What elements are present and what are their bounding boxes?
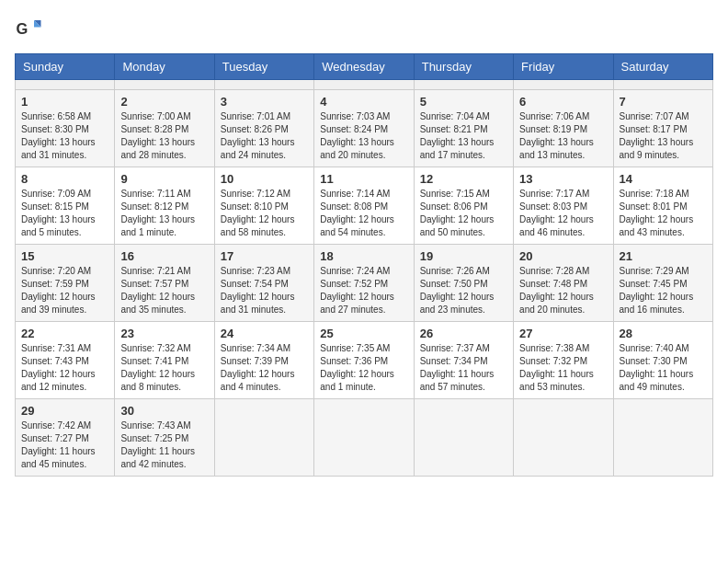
week-row-4: 15Sunrise: 7:20 AM Sunset: 7:59 PM Dayli… [16,245,713,322]
calendar-cell: 25Sunrise: 7:35 AM Sunset: 7:36 PM Dayli… [314,322,414,399]
calendar-cell [214,80,313,90]
day-detail: Sunrise: 7:04 AM Sunset: 8:21 PM Dayligh… [420,110,507,162]
day-detail: Sunrise: 7:14 AM Sunset: 8:08 PM Dayligh… [320,188,407,239]
calendar-cell [613,80,712,90]
day-detail: Sunrise: 7:11 AM Sunset: 8:12 PM Dayligh… [120,188,208,239]
day-number: 15 [21,249,108,263]
calendar-cell: 30Sunrise: 7:43 AM Sunset: 7:25 PM Dayli… [115,399,214,477]
day-number: 11 [320,172,407,186]
calendar-cell: 28Sunrise: 7:40 AM Sunset: 7:30 PM Dayli… [613,322,712,399]
calendar-cell: 27Sunrise: 7:38 AM Sunset: 7:32 PM Dayli… [514,322,613,399]
day-detail: Sunrise: 7:12 AM Sunset: 8:10 PM Dayligh… [221,188,308,239]
dow-header-thursday: Thursday [414,54,513,80]
day-detail: Sunrise: 7:26 AM Sunset: 7:50 PM Dayligh… [420,265,507,316]
day-detail: Sunrise: 7:15 AM Sunset: 8:06 PM Dayligh… [420,188,507,239]
day-detail: Sunrise: 7:35 AM Sunset: 7:36 PM Dayligh… [320,342,407,394]
calendar-cell [16,80,115,90]
day-number: 18 [320,249,407,263]
day-number: 5 [420,95,507,109]
calendar-cell [613,399,712,477]
calendar-cell: 11Sunrise: 7:14 AM Sunset: 8:08 PM Dayli… [314,167,414,245]
day-number: 4 [320,95,407,109]
calendar-cell: 18Sunrise: 7:24 AM Sunset: 7:52 PM Dayli… [314,245,414,322]
day-number: 17 [221,249,308,263]
day-number: 23 [120,327,208,340]
day-detail: Sunrise: 7:43 AM Sunset: 7:25 PM Dayligh… [120,419,208,471]
day-detail: Sunrise: 7:37 AM Sunset: 7:34 PM Dayligh… [420,342,507,394]
day-detail: Sunrise: 7:03 AM Sunset: 8:24 PM Dayligh… [320,110,407,162]
calendar-cell: 24Sunrise: 7:34 AM Sunset: 7:39 PM Dayli… [214,322,313,399]
day-of-week-row: SundayMondayTuesdayWednesdayThursdayFrid… [16,54,713,80]
day-detail: Sunrise: 7:31 AM Sunset: 7:43 PM Dayligh… [21,342,108,394]
day-detail: Sunrise: 7:42 AM Sunset: 7:27 PM Dayligh… [21,419,108,471]
calendar-cell: 4Sunrise: 7:03 AM Sunset: 8:24 PM Daylig… [314,90,414,167]
header: G [15,15,713,42]
day-detail: Sunrise: 7:18 AM Sunset: 8:01 PM Dayligh… [620,188,707,239]
dow-header-sunday: Sunday [16,54,115,80]
calendar-cell [314,80,414,90]
day-number: 2 [120,95,208,109]
dow-header-monday: Monday [115,54,214,80]
calendar-cell: 22Sunrise: 7:31 AM Sunset: 7:43 PM Dayli… [16,322,115,399]
day-detail: Sunrise: 7:28 AM Sunset: 7:48 PM Dayligh… [519,265,607,316]
dow-header-tuesday: Tuesday [214,54,313,80]
calendar-cell [414,399,513,477]
day-number: 7 [620,95,707,109]
calendar-cell: 26Sunrise: 7:37 AM Sunset: 7:34 PM Dayli… [414,322,513,399]
day-number: 12 [420,172,507,186]
day-number: 22 [21,327,108,340]
day-number: 10 [221,172,308,186]
week-row-1 [16,80,713,90]
day-number: 1 [21,95,108,109]
day-detail: Sunrise: 7:29 AM Sunset: 7:45 PM Dayligh… [620,265,707,316]
day-detail: Sunrise: 7:38 AM Sunset: 7:32 PM Dayligh… [519,342,607,394]
day-number: 6 [519,95,607,109]
day-number: 14 [620,172,707,186]
calendar-cell: 6Sunrise: 7:06 AM Sunset: 8:19 PM Daylig… [514,90,613,167]
calendar-cell: 1Sunrise: 6:58 AM Sunset: 8:30 PM Daylig… [16,90,115,167]
logo: G [15,15,46,42]
day-number: 3 [221,95,308,109]
day-detail: Sunrise: 7:21 AM Sunset: 7:57 PM Dayligh… [120,265,208,316]
calendar-cell: 16Sunrise: 7:21 AM Sunset: 7:57 PM Dayli… [115,245,214,322]
dow-header-saturday: Saturday [613,54,712,80]
calendar-cell: 13Sunrise: 7:17 AM Sunset: 8:03 PM Dayli… [514,167,613,245]
day-detail: Sunrise: 7:07 AM Sunset: 8:17 PM Dayligh… [620,110,707,162]
week-row-3: 8Sunrise: 7:09 AM Sunset: 8:15 PM Daylig… [16,167,713,245]
calendar-cell: 14Sunrise: 7:18 AM Sunset: 8:01 PM Dayli… [613,167,712,245]
dow-header-wednesday: Wednesday [314,54,414,80]
day-number: 19 [420,249,507,263]
day-detail: Sunrise: 7:00 AM Sunset: 8:28 PM Dayligh… [120,110,208,162]
day-number: 29 [21,404,108,418]
day-detail: Sunrise: 7:24 AM Sunset: 7:52 PM Dayligh… [320,265,407,316]
day-detail: Sunrise: 7:32 AM Sunset: 7:41 PM Dayligh… [120,342,208,394]
calendar-cell [214,399,313,477]
week-row-5: 22Sunrise: 7:31 AM Sunset: 7:43 PM Dayli… [16,322,713,399]
calendar-cell: 20Sunrise: 7:28 AM Sunset: 7:48 PM Dayli… [514,245,613,322]
day-number: 27 [519,327,607,340]
day-number: 20 [519,249,607,263]
week-row-2: 1Sunrise: 6:58 AM Sunset: 8:30 PM Daylig… [16,90,713,167]
day-number: 9 [120,172,208,186]
day-detail: Sunrise: 7:17 AM Sunset: 8:03 PM Dayligh… [519,188,607,239]
day-number: 30 [120,404,208,418]
day-number: 24 [221,327,308,340]
day-detail: Sunrise: 7:34 AM Sunset: 7:39 PM Dayligh… [221,342,308,394]
svg-text:G: G [17,20,28,37]
logo-icon: G [15,15,42,42]
day-detail: Sunrise: 7:23 AM Sunset: 7:54 PM Dayligh… [221,265,308,316]
calendar-cell: 23Sunrise: 7:32 AM Sunset: 7:41 PM Dayli… [115,322,214,399]
calendar-cell: 15Sunrise: 7:20 AM Sunset: 7:59 PM Dayli… [16,245,115,322]
calendar-cell: 17Sunrise: 7:23 AM Sunset: 7:54 PM Dayli… [214,245,313,322]
day-number: 16 [120,249,208,263]
calendar-cell: 3Sunrise: 7:01 AM Sunset: 8:26 PM Daylig… [214,90,313,167]
day-detail: Sunrise: 6:58 AM Sunset: 8:30 PM Dayligh… [21,110,108,162]
day-number: 28 [620,327,707,340]
day-detail: Sunrise: 7:06 AM Sunset: 8:19 PM Dayligh… [519,110,607,162]
calendar-cell: 10Sunrise: 7:12 AM Sunset: 8:10 PM Dayli… [214,167,313,245]
day-number: 8 [21,172,108,186]
day-detail: Sunrise: 7:40 AM Sunset: 7:30 PM Dayligh… [620,342,707,394]
calendar-cell: 12Sunrise: 7:15 AM Sunset: 8:06 PM Dayli… [414,167,513,245]
day-detail: Sunrise: 7:09 AM Sunset: 8:15 PM Dayligh… [21,188,108,239]
calendar-cell [514,80,613,90]
